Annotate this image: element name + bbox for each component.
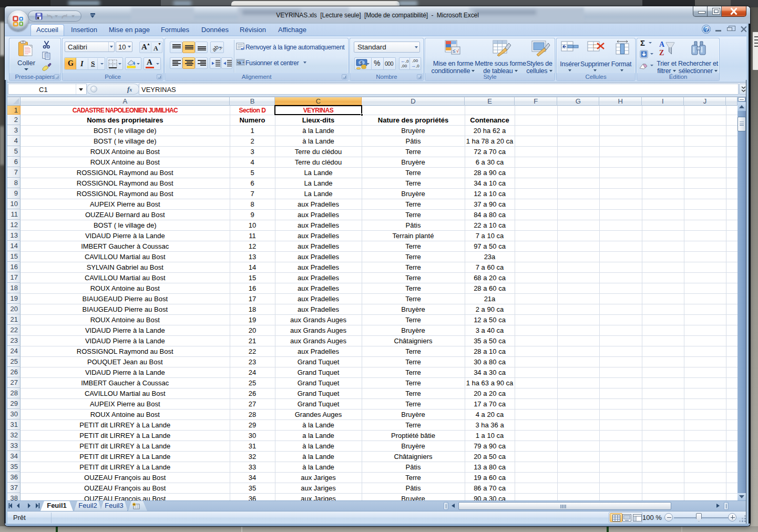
svg-text:≤: ≤ — [453, 48, 456, 54]
svg-text:√: √ — [456, 48, 459, 54]
svg-text:a: a — [239, 60, 241, 65]
svg-text:$: $ — [360, 60, 363, 66]
svg-text:Z: Z — [659, 49, 664, 57]
svg-text:A: A — [659, 40, 665, 48]
